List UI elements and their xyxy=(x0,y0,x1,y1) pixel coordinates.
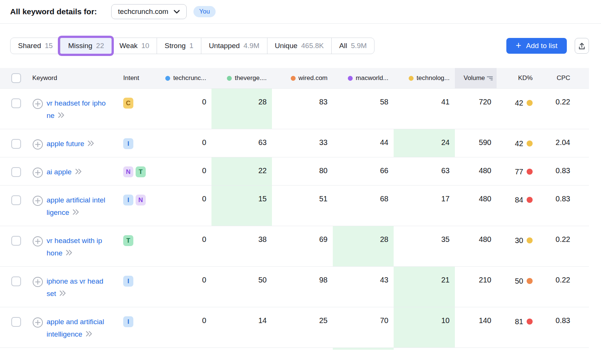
cpc-cell: 0.22 xyxy=(538,226,589,266)
row-checkbox-cell xyxy=(0,186,32,226)
toolbar: Shared15Missing22Weak10Strong1Untapped4.… xyxy=(0,24,601,68)
row-checkbox[interactable] xyxy=(11,139,21,149)
expand-keyword-icon[interactable] xyxy=(32,167,43,178)
volume-cell: 720 xyxy=(455,89,497,129)
volume-header-label: Volume xyxy=(464,74,485,82)
filter-tab-label: Strong xyxy=(165,42,186,50)
intent-badge-n: N xyxy=(123,166,133,177)
filter-tab-weak[interactable]: Weak10 xyxy=(112,38,157,54)
competitor-dot-icon xyxy=(165,76,170,81)
column-header-competitor[interactable]: techcrunc... xyxy=(151,68,211,88)
column-header-competitor[interactable]: wired.com xyxy=(272,68,333,88)
expand-keyword-icon[interactable] xyxy=(32,139,43,150)
kd-cell: 30 xyxy=(497,226,538,266)
kd-value-wrap: 42 xyxy=(515,138,533,149)
position-cell: 10 xyxy=(394,307,455,347)
expand-keyword-icon[interactable] xyxy=(32,236,43,247)
position-cell: 44 xyxy=(333,129,394,157)
position-cell: 14 xyxy=(211,307,272,347)
open-keyword-icon[interactable] xyxy=(59,288,66,300)
column-header-intent[interactable]: Intent xyxy=(123,68,151,88)
position-cell: 80 xyxy=(272,157,333,185)
expand-keyword-icon[interactable] xyxy=(32,317,43,328)
competitor-dot-icon xyxy=(409,76,414,81)
row-checkbox[interactable] xyxy=(11,167,21,177)
column-header-cpc[interactable]: CPC xyxy=(538,68,589,88)
expand-keyword-icon[interactable] xyxy=(32,276,43,287)
partial-next-row xyxy=(0,347,589,350)
cpc-cell: 0.83 xyxy=(538,307,589,347)
volume-cell: 210 xyxy=(455,267,497,307)
kd-value-wrap: 30 xyxy=(515,235,533,246)
keyword-link[interactable]: apple artificial intelligence xyxy=(47,194,106,219)
kd-dot-icon xyxy=(527,197,533,203)
chevron-down-icon xyxy=(174,10,180,14)
filter-tab-missing[interactable]: Missing22 xyxy=(60,38,112,54)
column-header-keyword[interactable]: Keyword xyxy=(32,68,123,88)
competitor-dot-icon xyxy=(291,76,296,81)
toolbar-actions: + Add to list xyxy=(506,38,589,54)
cpc-cell: 0.83 xyxy=(538,157,589,185)
column-header-competitor[interactable]: theverge.... xyxy=(211,68,272,88)
add-to-list-button[interactable]: + Add to list xyxy=(506,38,567,54)
kd-cell: 77 xyxy=(497,157,538,185)
filter-tab-strong[interactable]: Strong1 xyxy=(157,38,201,54)
domain-selector[interactable]: techcrunch.com xyxy=(111,4,187,19)
position-cell: 15 xyxy=(211,186,272,226)
expand-keyword-icon[interactable] xyxy=(32,195,43,206)
row-checkbox[interactable] xyxy=(11,276,21,286)
keyword-cell: iphone as vr headset xyxy=(32,267,123,307)
open-keyword-icon[interactable] xyxy=(72,207,80,219)
cpc-cell: 0.22 xyxy=(538,89,589,129)
open-keyword-icon[interactable] xyxy=(85,328,93,341)
open-keyword-icon[interactable] xyxy=(57,110,65,122)
position-cell: 0 xyxy=(151,226,211,266)
domain-selector-value: techcrunch.com xyxy=(118,8,168,16)
kd-dot-icon xyxy=(527,278,533,284)
open-keyword-icon[interactable] xyxy=(74,166,82,178)
export-button[interactable] xyxy=(575,38,589,54)
filter-tab-count: 10 xyxy=(141,42,149,50)
open-keyword-icon[interactable] xyxy=(87,138,95,150)
row-checkbox[interactable] xyxy=(11,98,21,108)
keyword-link[interactable]: vr headset for iphone xyxy=(47,97,106,122)
position-cell: 50 xyxy=(211,267,272,307)
row-checkbox[interactable] xyxy=(11,317,21,327)
row-checkbox[interactable] xyxy=(11,195,21,205)
position-cell: 68 xyxy=(333,186,394,226)
row-checkbox-cell xyxy=(0,226,32,266)
position-cell: 0 xyxy=(151,89,211,129)
position-cell: 22 xyxy=(211,157,272,185)
partial-cell xyxy=(394,348,455,350)
cpc-cell: 0.22 xyxy=(538,267,589,307)
filter-tab-untapped[interactable]: Untapped4.9M xyxy=(201,38,267,54)
column-header-competitor[interactable]: technolog... xyxy=(394,68,455,88)
keyword-link[interactable]: apple future xyxy=(47,137,106,150)
row-checkbox[interactable] xyxy=(11,236,21,246)
table-row: apple and artificial intelligenceI014257… xyxy=(0,307,589,347)
column-header-kd[interactable]: KD% xyxy=(497,68,538,88)
select-all-checkbox[interactable] xyxy=(11,73,21,83)
keyword-link[interactable]: apple and artificial intelligence xyxy=(47,316,106,341)
open-keyword-icon[interactable] xyxy=(65,247,73,260)
expand-keyword-icon[interactable] xyxy=(32,98,43,109)
keyword-link[interactable]: vr headset with iphone xyxy=(47,234,106,260)
filter-tab-label: Shared xyxy=(18,42,41,50)
table-body: vr headset for iphoneC028835841720420.22… xyxy=(0,88,589,347)
position-cell: 63 xyxy=(394,157,455,185)
filter-tab-shared[interactable]: Shared15 xyxy=(11,38,60,54)
keyword-cell: apple future xyxy=(32,129,123,157)
filter-tab-unique[interactable]: Unique465.8K xyxy=(267,38,331,54)
column-header-competitor[interactable]: macworld... xyxy=(333,68,394,88)
partial-cell xyxy=(123,348,151,350)
table-row: apple futureI063334424590422.04 xyxy=(0,129,589,157)
keyword-cell: vr headset with iphone xyxy=(32,226,123,266)
keyword-link[interactable]: ai apple xyxy=(47,166,106,178)
partial-cell xyxy=(497,348,538,350)
filter-tab-label: All xyxy=(339,42,347,50)
intent-cell: IN xyxy=(123,186,151,226)
keyword-link[interactable]: iphone as vr headset xyxy=(47,275,106,300)
column-header-volume[interactable]: Volume xyxy=(455,68,497,88)
filter-tab-all[interactable]: All5.9M xyxy=(331,38,374,54)
intent-cell: I xyxy=(123,129,151,157)
